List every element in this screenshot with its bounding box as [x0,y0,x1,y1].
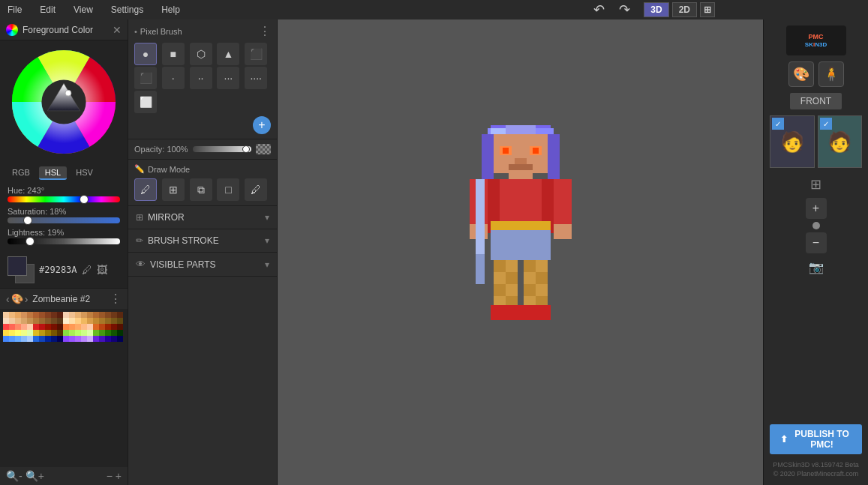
palette-cell[interactable] [21,336,27,342]
brush-special1[interactable]: ⬛ [134,67,157,89]
palette-cell[interactable] [51,312,57,318]
palette-cell[interactable] [3,324,9,330]
undo-button[interactable]: ↶ [588,0,609,20]
palette-cell[interactable] [63,336,69,342]
palette-more-button[interactable]: ⋮ [110,292,122,306]
brush-size-2[interactable]: ·· [190,67,212,89]
draw-multi-mode[interactable]: ⧉ [190,178,212,201]
menu-edit[interactable]: Edit [35,3,60,16]
palette-cell[interactable] [3,330,9,336]
palette-cell[interactable] [105,330,111,336]
palette-cell[interactable] [27,312,33,318]
camera-button[interactable]: 📷 [806,256,827,277]
brush-more-button[interactable]: ⋮ [259,24,271,38]
brush-triangle-tool[interactable]: ▲ [217,43,239,65]
palette-cell[interactable] [111,312,117,318]
palette-cell[interactable] [87,336,93,342]
palette-cell[interactable] [45,330,51,336]
palette-cell[interactable] [33,336,39,342]
palette-cell[interactable] [9,324,15,330]
palette-cell[interactable] [117,330,123,336]
palette-cell[interactable] [93,330,99,336]
palette-cell[interactable] [87,330,93,336]
skin-thumb-2[interactable]: ✓ 🧑 [818,115,863,168]
palette-cell[interactable] [21,318,27,324]
zoom-in-button[interactable]: + [806,198,827,219]
redo-button[interactable]: ↷ [614,0,635,20]
brush-size-5[interactable]: ⬜ [134,91,157,113]
palette-cell[interactable] [3,336,9,342]
zoom-out-button[interactable]: − [806,232,827,253]
close-button[interactable]: ✕ [113,24,122,36]
palette-cell[interactable] [75,312,81,318]
palette-cell[interactable] [81,324,87,330]
palette-cell[interactable] [99,312,105,318]
palette-cell[interactable] [39,312,45,318]
light-track[interactable] [8,238,120,244]
palette-cell[interactable] [51,336,57,342]
palette-cell[interactable] [63,312,69,318]
palette-cell[interactable] [99,336,105,342]
palette-cell[interactable] [69,336,75,342]
palette-cell[interactable] [105,336,111,342]
palette-cell[interactable] [93,318,99,324]
palette-cell[interactable] [99,324,105,330]
view-2d-button[interactable]: 2D [672,2,697,17]
menu-help[interactable]: Help [157,3,185,16]
palette-cell[interactable] [15,312,21,318]
sat-track[interactable] [8,217,120,223]
color-swatch-stack[interactable] [8,256,35,283]
palette-cell[interactable] [45,318,51,324]
palette-cell[interactable] [57,336,63,342]
palette-cell[interactable] [111,324,117,330]
palette-cell[interactable] [87,318,93,324]
palette-cell[interactable] [75,336,81,342]
draw-erase-mode[interactable]: □ [217,178,239,201]
palette-cell[interactable] [39,324,45,330]
palette-cell[interactable] [93,336,99,342]
view-split-button[interactable]: ⊞ [700,2,715,17]
palette-cell[interactable] [87,324,93,330]
palette-cell[interactable] [9,312,15,318]
brush-size-4[interactable]: ···· [245,67,267,89]
palette-cell[interactable] [57,330,63,336]
palette-cell[interactable] [33,318,39,324]
mirror-header[interactable]: ⊞ MIRROR [128,206,277,229]
draw-eyedrop-mode[interactable]: 🖊 [245,178,267,201]
palette-cell[interactable] [51,318,57,324]
opacity-slider[interactable] [193,146,251,152]
palette-cell[interactable] [3,312,9,318]
palette-cell[interactable] [33,324,39,330]
palette-cell[interactable] [15,330,21,336]
palette-cell[interactable] [75,324,81,330]
palette-cell[interactable] [111,318,117,324]
palette-cell[interactable] [75,318,81,324]
brush-fill-tool[interactable]: ⬛ [245,43,267,65]
palette-cell[interactable] [45,336,51,342]
palette-cell[interactable] [81,336,87,342]
palette-cell[interactable] [3,318,9,324]
palette-cell[interactable] [57,324,63,330]
palette-cell[interactable] [57,312,63,318]
palette-cell[interactable] [15,318,21,324]
palette-cell[interactable] [87,312,93,318]
publish-button[interactable]: ⬆ PUBLISH TO PMC! [770,424,862,454]
palette-cell[interactable] [21,330,27,336]
tab-rgb[interactable]: RGB [6,166,36,180]
palette-nav-fwd[interactable]: › [25,293,29,305]
front-view-button[interactable]: FRONT [790,93,842,109]
palette-scroll[interactable] [0,309,128,467]
palette-cell[interactable] [21,324,27,330]
palette-zoom-in[interactable]: 🔍+ [26,470,44,482]
palette-cell[interactable] [9,318,15,324]
palette-cell[interactable] [33,330,39,336]
palette-cell[interactable] [75,330,81,336]
palette-cell[interactable] [27,330,33,336]
color-wheel-area[interactable] [0,40,128,163]
palette-cell[interactable] [93,312,99,318]
palette-cell[interactable] [111,336,117,342]
hue-track[interactable] [8,196,120,202]
color-wheel-svg[interactable] [8,46,119,157]
palette-cell[interactable] [81,330,87,336]
palette-cell[interactable] [15,336,21,342]
